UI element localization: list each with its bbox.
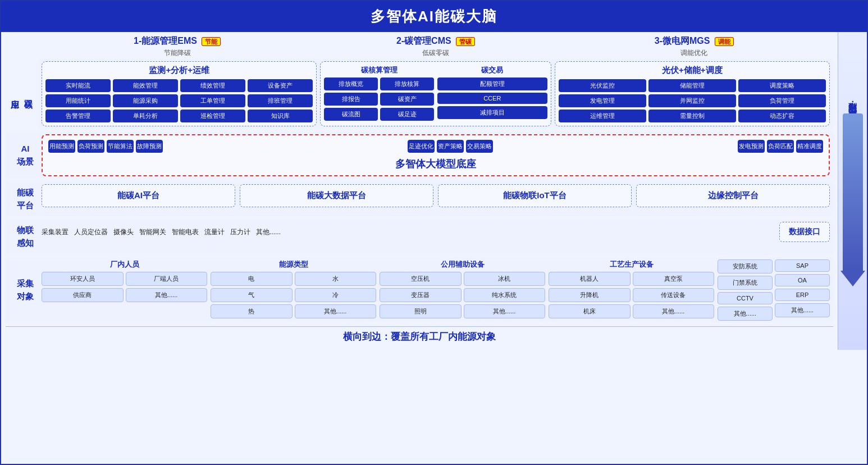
ai-chip-8: 负荷匹配 bbox=[767, 140, 794, 153]
chip-mgs-7: 需量控制 bbox=[648, 110, 736, 122]
iot-item-0: 采集装置 bbox=[42, 227, 68, 237]
cell-r0: 安防系统 bbox=[718, 259, 773, 273]
cell-pr0: 机器人 bbox=[549, 272, 631, 286]
iot-item-5: 流量计 bbox=[204, 227, 225, 237]
chip-cms-8: 减排项目 bbox=[437, 106, 547, 119]
cell-a3: 纯水系统 bbox=[464, 288, 546, 302]
right-arrow-container bbox=[840, 113, 865, 286]
platform-iot: 能碳物联IoT平台 bbox=[438, 184, 632, 207]
chip-cms-1: 排放核算 bbox=[380, 78, 434, 90]
chip-mgs-2: 调度策略 bbox=[738, 79, 826, 92]
ai-chip-9: 精准调度 bbox=[796, 140, 823, 153]
chip-cms-4: 碳流图 bbox=[324, 108, 378, 121]
cms-sub2: 碳交易 配额管理 CCER 减排项目 bbox=[437, 65, 547, 121]
collect-process: 工艺生产设备 机器人 真空泵 升降机 传送设备 机床 其他...... bbox=[549, 259, 714, 321]
cell-a0: 空压机 bbox=[380, 272, 462, 286]
cell-e3: 冷 bbox=[295, 288, 377, 302]
process-grid: 机器人 真空泵 升降机 传送设备 机床 其他...... bbox=[549, 272, 714, 318]
cell-a1: 冰机 bbox=[464, 272, 546, 286]
iot-data-interface: 数据接口 bbox=[779, 222, 830, 242]
ai-inner-box: 用能预测 负荷预测 节能算法 故障预测 足迹优化 资产策略 交易策略 bbox=[42, 134, 830, 176]
cms-sub1: 碳核算管理 排放概览 排放核算 排报告 碳资产 碳流图 碳足迹 bbox=[324, 65, 434, 121]
ems-badge: 节能 bbox=[202, 37, 221, 46]
collect-personnel: 厂内人员 环安人员 厂端人员 供应商 其他...... bbox=[42, 259, 207, 321]
cell-e4: 热 bbox=[211, 304, 293, 318]
platform-edge: 边缘控制平台 bbox=[636, 184, 830, 207]
mgs-subtitle: 调能优化 bbox=[680, 49, 707, 57]
iot-inner: 采集装置 人员定位器 摄像头 智能网关 智能电表 流量计 压力计 其他.....… bbox=[42, 222, 830, 242]
chip-ems-4: 用能统计 bbox=[45, 94, 111, 107]
chip-cms-7: CCER bbox=[437, 93, 547, 104]
shuangtan-content: 监测+分析+运维 实时能流 能效管理 绩效管理 设备资产 用能统计 能源采购 工… bbox=[38, 59, 833, 129]
ems-title: 1-能源管理EMS bbox=[134, 36, 197, 45]
collect-right-area: 安防系统 门禁系统 CCTV 其他...... SAP OA ERP 其他...… bbox=[718, 259, 830, 321]
iot-row: 物联感知 采集装置 人员定位器 摄像头 智能网关 智能电表 流量计 压力计 其他… bbox=[6, 220, 833, 254]
cell-r3: 其他...... bbox=[718, 307, 773, 321]
chip-mgs-1: 储能管理 bbox=[648, 79, 736, 92]
platform-inner: 能碳AI平台 能碳大数据平台 能碳物联IoT平台 边缘控制平台 bbox=[42, 184, 830, 207]
ai-group2: 足迹优化 资产策略 交易策略 bbox=[408, 140, 493, 153]
platform-content: 能碳AI平台 能碳大数据平台 能碳物联IoT平台 边缘控制平台 bbox=[42, 184, 830, 214]
collect-inner: 厂内人员 环安人员 厂端人员 供应商 其他...... 能源类型 bbox=[42, 259, 830, 321]
iot-item-4: 智能电表 bbox=[172, 227, 199, 237]
module-headers: 1-能源管理EMS 节能 节能降碳 2-碳管理CMS 管碳 低碳零碳 bbox=[38, 35, 833, 58]
main-title: 多智体AI能碳大脑 bbox=[371, 8, 497, 25]
mgs-title: 3-微电网MGS bbox=[655, 36, 710, 45]
cell-r5: OA bbox=[775, 274, 830, 286]
ai-chip-0: 用能预测 bbox=[48, 140, 75, 153]
chip-cms-0: 排放概览 bbox=[324, 78, 378, 90]
platform-row: 能碳平台 能碳AI平台 能碳大数据平台 能碳物联IoT平台 边缘控制平台 bbox=[6, 182, 833, 216]
bottom-footer: 横向到边：覆盖所有工厂内能源对象 bbox=[6, 326, 833, 347]
iot-item-6: 压力计 bbox=[230, 227, 250, 237]
left-content: 1-能源管理EMS 节能 节能降碳 2-碳管理CMS 管碳 低碳零碳 bbox=[1, 32, 838, 350]
cms-sub2-chips: 配额管理 CCER 减排项目 bbox=[437, 78, 547, 119]
platform-bigdata: 能碳大数据平台 bbox=[240, 184, 433, 207]
chip-cms-5: 碳足迹 bbox=[380, 108, 434, 121]
cell-pr5: 其他...... bbox=[633, 304, 715, 318]
collect-content: 厂内人员 环安人员 厂端人员 供应商 其他...... 能源类型 bbox=[42, 259, 830, 321]
chip-ems-0: 实时能流 bbox=[45, 79, 111, 92]
collect-right-col1: 安防系统 门禁系统 CCTV 其他...... bbox=[718, 259, 773, 321]
ai-chip-6: 交易策略 bbox=[466, 140, 493, 153]
cell-pr2: 升降机 bbox=[549, 288, 631, 302]
process-title: 工艺生产设备 bbox=[549, 259, 714, 270]
cell-e5: 其他...... bbox=[295, 304, 377, 318]
cell-p0: 环安人员 bbox=[42, 272, 124, 286]
iot-label: 物联感知 bbox=[9, 222, 42, 252]
iot-item-7: 其他...... bbox=[256, 227, 281, 237]
energy-title: 能源类型 bbox=[211, 259, 376, 270]
chip-mgs-0: 光伏监控 bbox=[559, 79, 646, 92]
mgs-badge: 调能 bbox=[715, 37, 734, 46]
cell-r7: 其他...... bbox=[775, 303, 830, 317]
cms-box: 碳核算管理 排放概览 排放核算 排报告 碳资产 碳流图 碳足迹 bbox=[320, 61, 551, 126]
mgs-header: 3-微电网MGS 调能 调能优化 bbox=[555, 35, 833, 58]
bottom-label: 横向到边：覆盖所有工厂内能源对象 bbox=[343, 331, 496, 342]
ai-chips-row: 用能预测 负荷预测 节能算法 故障预测 足迹优化 资产策略 交易策略 bbox=[48, 140, 823, 153]
iot-content: 采集装置 人员定位器 摄像头 智能网关 智能电表 流量计 压力计 其他.....… bbox=[42, 222, 830, 252]
cms-sub1-title: 碳核算管理 bbox=[324, 65, 434, 75]
chip-ems-8: 告警管理 bbox=[45, 110, 111, 122]
ai-content: 用能预测 负荷预测 节能算法 故障预测 足迹优化 资产策略 交易策略 bbox=[42, 134, 830, 176]
cell-pr1: 真空泵 bbox=[633, 272, 715, 286]
ai-chip-7: 发电预测 bbox=[738, 140, 765, 153]
chip-cms-3: 碳资产 bbox=[380, 93, 434, 106]
cell-r4: SAP bbox=[775, 259, 830, 272]
cell-e1: 水 bbox=[295, 272, 377, 286]
cell-r1: 门禁系统 bbox=[718, 276, 773, 290]
platform-label: 能碳平台 bbox=[9, 184, 42, 214]
cms-sub2-title: 碳交易 bbox=[437, 65, 547, 75]
chip-ems-2: 绩效管理 bbox=[180, 79, 245, 92]
mgs-box: 光伏+储能+调度 光伏监控 储能管理 调度策略 发电管理 并网监控 负荷管理 运… bbox=[555, 61, 830, 126]
ai-chip-3: 故障预测 bbox=[136, 140, 163, 153]
energy-grid: 电 水 气 冷 热 其他...... bbox=[211, 272, 376, 318]
main-container: 多智体AI能碳大脑 1-能源管理EMS 节能 节能降碳 bbox=[0, 0, 868, 465]
iot-item-3: 智能网关 bbox=[139, 227, 166, 237]
cell-p2: 供应商 bbox=[42, 288, 124, 302]
chip-ems-1: 能效管理 bbox=[113, 79, 178, 92]
chip-ems-3: 设备资产 bbox=[248, 79, 313, 92]
chip-mgs-5: 负荷管理 bbox=[738, 94, 826, 107]
cell-a4: 照明 bbox=[380, 304, 462, 318]
cell-p1: 厂端人员 bbox=[126, 272, 208, 286]
ai-group3: 发电预测 负荷匹配 精准调度 bbox=[738, 140, 823, 153]
shuangtan-label: 双碳应用 bbox=[6, 59, 38, 129]
